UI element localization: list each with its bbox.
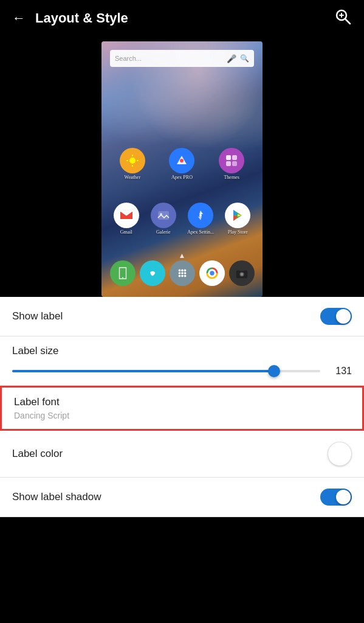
app-play-store-label: Play Store [228,229,248,235]
show-label-toggle[interactable] [320,308,352,325]
label-size-thumb[interactable] [268,365,280,377]
phone-preview-area: Search... 🎤 🔍 Weather Apex PRO [0,37,364,297]
phone-search-bar: Search... 🎤 🔍 [110,50,254,67]
svg-point-16 [199,214,202,217]
label-font-row[interactable]: Label font Dancing Script [0,386,364,431]
svg-point-26 [181,275,184,277]
svg-rect-11 [232,155,237,160]
show-label-shadow-text: Show label shadow [12,491,320,503]
gmail-icon [114,203,139,228]
search-plus-icon [335,9,352,26]
label-size-label: Label size [12,345,352,357]
label-size-fill [12,370,274,372]
svg-point-32 [240,273,243,276]
app-apex-settings: Apex Settin... [184,203,218,235]
svg-line-1 [345,19,350,24]
svg-point-19 [178,270,180,272]
app-themes: Themes [215,148,249,180]
label-size-slider-container: 131 [12,366,352,377]
apex-pro-icon [169,148,194,173]
app-themes-label: Themes [224,175,239,180]
dock-chrome [197,260,227,287]
svg-point-22 [178,272,180,274]
apps-dock-icon [170,260,195,286]
phone-mic-icon: 🎤 [227,54,236,63]
label-color-row: Label color [0,431,364,478]
app-row-1: Weather Apex PRO Themes [101,148,263,180]
phone-screen: Search... 🎤 🔍 Weather Apex PRO [101,41,263,297]
back-button[interactable]: ← [12,10,26,26]
themes-icon [219,148,244,173]
app-play-store: Play Store [221,203,255,235]
label-color-text: Label color [12,448,328,460]
svg-point-20 [181,270,184,272]
apex-settings-icon [188,203,213,228]
camera-dock-icon [229,260,255,286]
search-button[interactable] [335,9,352,28]
arrow-up-icon: ▲ [179,251,186,260]
app-galerie-label: Galerie [156,229,171,235]
dock-row [101,260,263,287]
label-size-row: Label size 131 [0,336,364,386]
settings-area: Show label Label size 131 Label font Dan… [0,297,364,517]
app-apex-pro-label: Apex PRO [171,175,193,180]
app-gmail-label: Gmail [120,229,132,235]
svg-rect-10 [226,155,231,160]
messages-dock-icon [140,260,165,286]
show-label-shadow-row: Show label shadow [0,478,364,517]
show-label-shadow-toggle-thumb [336,490,351,504]
svg-point-24 [184,272,186,274]
dock-messages [137,260,167,287]
svg-rect-33 [239,270,244,271]
show-label-row: Show label [0,297,364,336]
dock-apps [167,260,197,287]
svg-point-25 [178,275,180,277]
svg-point-23 [181,272,184,274]
svg-rect-14 [158,211,169,220]
label-font-title: Label font [14,396,350,408]
show-label-text: Show label [12,310,320,322]
app-galerie: Galerie [146,203,180,235]
app-row-2: Gmail Galerie Apex Settin... Play Store [101,203,263,235]
svg-point-21 [184,270,186,272]
app-gmail: Gmail [109,203,143,235]
svg-point-4 [129,158,136,164]
page-title: Layout & Style [35,10,335,26]
label-size-value: 131 [330,366,352,377]
app-apex-pro: Apex PRO [165,148,199,180]
dock-camera [227,260,256,287]
phone-search-icon: 🔍 [240,54,249,63]
label-font-value: Dancing Script [14,411,350,420]
galerie-icon [151,203,176,228]
show-label-toggle-thumb [336,309,351,324]
phone-search-placeholder: Search... [115,55,227,62]
app-apex-settings-label: Apex Settin... [187,229,214,235]
phone-dock-icon [110,260,136,286]
label-size-track[interactable] [12,370,320,372]
header: ← Layout & Style [0,0,364,37]
app-weather: Weather [115,148,149,180]
svg-rect-12 [226,161,231,166]
label-color-circle[interactable] [328,442,352,466]
dock-phone [108,260,137,287]
svg-rect-13 [232,161,237,166]
chrome-dock-icon [199,260,225,286]
show-label-shadow-toggle[interactable] [320,489,352,506]
svg-point-9 [180,159,184,162]
svg-point-27 [184,275,186,277]
svg-point-17 [122,277,123,278]
weather-icon [120,148,145,173]
app-weather-label: Weather [125,175,140,180]
svg-point-29 [210,271,214,275]
play-store-icon [225,203,250,228]
